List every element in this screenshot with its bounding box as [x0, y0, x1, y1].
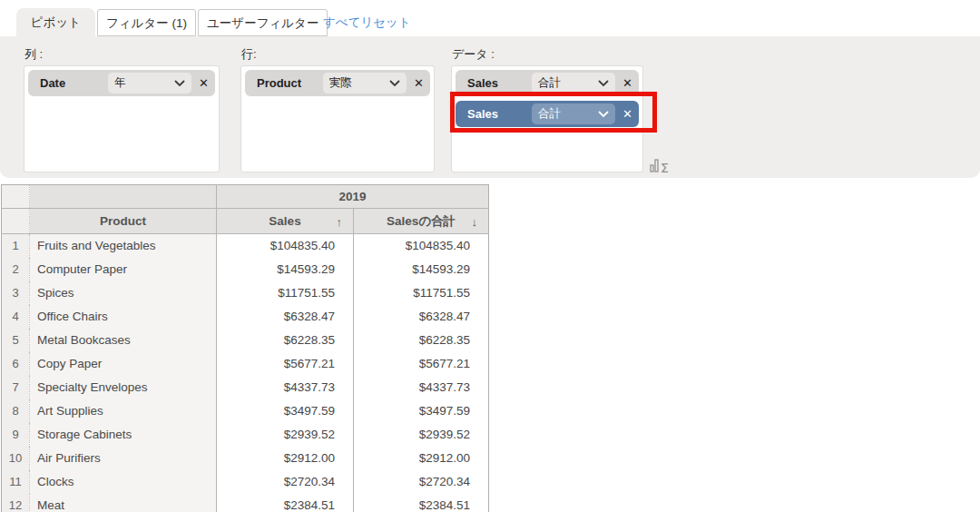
aggregate-value: 年: [114, 75, 126, 91]
row-index-cell: 7: [2, 376, 30, 399]
rows-zone-label: 行:: [241, 46, 257, 63]
tab-filters[interactable]: フィルター (1): [97, 9, 196, 36]
chevron-down-icon: [389, 80, 400, 87]
product-cell: Office Chairs: [30, 305, 217, 329]
columns-pill-date[interactable]: Date 年 ✕: [28, 70, 215, 96]
product-cell: Specialty Envelopes: [30, 376, 217, 399]
table-row: 6Copy Paper$5677.21$5677.21: [2, 352, 489, 376]
sales-cell: $2384.51: [217, 494, 354, 512]
tab-pivot[interactable]: ピボット: [16, 8, 95, 37]
sort-descending-icon[interactable]: ↓: [472, 214, 478, 228]
data-dropzone[interactable]: Sales 合計 ✕ Sales 合計 ✕: [451, 65, 643, 172]
product-cell: Meat: [30, 494, 217, 512]
sales-column-header[interactable]: Sales ↑: [217, 209, 354, 234]
remove-field-icon[interactable]: ✕: [414, 76, 424, 90]
pivot-table-body: 1Fruits and Vegetables$104835.40$104835.…: [2, 234, 489, 512]
pill-field-label: Product: [257, 76, 301, 90]
columns-dropzone[interactable]: Date 年 ✕: [24, 65, 220, 172]
summary-function-icon[interactable]: Σ: [649, 155, 672, 175]
sales-cell: $2939.52: [217, 423, 354, 447]
bar-chart-sigma-icon: Σ: [651, 160, 669, 175]
sales-total-cell: $3497.59: [354, 399, 489, 423]
data-zone-label: データ :: [452, 46, 495, 63]
sales-aggregate-dropdown[interactable]: 合計: [532, 73, 615, 94]
aggregate-value: 合計: [538, 75, 561, 91]
sales-cell: $104835.40: [217, 234, 354, 258]
product-aggregate-dropdown[interactable]: 実際: [323, 73, 407, 94]
row-index-cell: 3: [2, 281, 30, 305]
remove-field-icon[interactable]: ✕: [622, 76, 632, 90]
chevron-down-icon: [598, 80, 609, 87]
pill-field-label: Date: [40, 76, 65, 90]
row-index-cell: 8: [2, 399, 30, 423]
table-row: 5Metal Bookcases$6228.35$6228.35: [2, 329, 489, 352]
sort-ascending-icon[interactable]: ↑: [337, 214, 343, 228]
product-cell: Air Purifiers: [30, 447, 217, 470]
table-row: 10Air Purifiers$2912.00$2912.00: [2, 447, 489, 470]
product-cell: Copy Paper: [30, 352, 217, 376]
columns-zone-label: 列 :: [24, 46, 43, 63]
product-cell: Clocks: [30, 470, 217, 494]
corner-cell: [2, 185, 30, 209]
table-row: 8Art Supplies$3497.59$3497.59: [2, 399, 489, 423]
sales-total-column-header[interactable]: Salesの合計 ↓: [354, 209, 489, 234]
sales-header-label: Sales: [269, 214, 300, 228]
sales-total-cell: $4337.73: [354, 376, 489, 399]
sales-cell: $3497.59: [217, 399, 354, 423]
table-row: 7Specialty Envelopes$4337.73$4337.73: [2, 376, 489, 399]
row-index-cell: 9: [2, 423, 30, 447]
remove-field-icon[interactable]: ✕: [199, 76, 209, 90]
product-cell: Computer Paper: [30, 258, 217, 281]
product-column-header[interactable]: Product: [30, 209, 217, 234]
row-index-cell: 11: [2, 470, 30, 494]
remove-field-icon[interactable]: ✕: [622, 107, 632, 121]
date-aggregate-dropdown[interactable]: 年: [108, 73, 191, 94]
sales-cell: $6328.47: [217, 305, 354, 329]
sales-total-cell: $2912.00: [354, 447, 489, 470]
chevron-down-icon: [598, 111, 609, 118]
product-cell: Storage Cabinets: [30, 423, 217, 447]
table-row: 2Computer Paper$14593.29$14593.29: [2, 258, 489, 281]
sales-total-cell: $104835.40: [354, 234, 489, 258]
reset-all-link[interactable]: すべてリセット: [323, 15, 411, 31]
rows-pill-product[interactable]: Product 実際 ✕: [245, 70, 430, 96]
product-cell: Spices: [30, 281, 217, 305]
row-index-cell: 1: [2, 234, 30, 258]
pivot-builder-panel: 列 : 行: データ : Date 年 ✕ Product 実際 ✕: [0, 36, 980, 178]
row-index-cell: 2: [2, 258, 30, 281]
data-pill-sales-1[interactable]: Sales 合計 ✕: [456, 70, 639, 96]
sales-total-cell: $5677.21: [354, 352, 489, 376]
row-index-cell: 6: [2, 352, 30, 376]
product-cell: Metal Bookcases: [30, 329, 217, 352]
sales-cell: $6228.35: [217, 329, 354, 352]
pill-field-label: Sales: [467, 76, 498, 90]
table-row: 12Meat$2384.51$2384.51: [2, 494, 489, 512]
aggregate-value: 合計: [538, 106, 561, 122]
sales-total-cell: $6328.47: [354, 305, 489, 329]
sales-total-header-label: Salesの合計: [387, 214, 456, 228]
sales-aggregate-dropdown[interactable]: 合計: [532, 103, 615, 124]
pivot-editor-screen: ピボット フィルター (1) ユーザーフィルター すべてリセット 列 : 行: …: [0, 0, 980, 512]
sales-total-cell: $2720.34: [354, 470, 489, 494]
chevron-down-icon: [174, 80, 185, 87]
year-header[interactable]: 2019: [217, 185, 489, 209]
product-cell: Art Supplies: [30, 399, 217, 423]
row-index-header: [2, 209, 30, 234]
row-index-cell: 12: [2, 494, 30, 512]
sales-total-cell: $6228.35: [354, 329, 489, 352]
product-cell: Fruits and Vegetables: [30, 234, 217, 258]
sales-total-cell: $14593.29: [354, 258, 489, 281]
rows-dropzone[interactable]: Product 実際 ✕: [240, 65, 435, 172]
table-row: 4Office Chairs$6328.47$6328.47: [2, 305, 489, 329]
pivot-table: 2019 Product Sales ↑ Salesの合計 ↓ 1Fruits …: [1, 184, 489, 512]
row-index-cell: 10: [2, 447, 30, 470]
table-row: 11Clocks$2720.34$2720.34: [2, 470, 489, 494]
data-pill-sales-2-selected[interactable]: Sales 合計 ✕: [456, 101, 639, 127]
sales-total-cell: $2384.51: [354, 494, 489, 512]
table-row: 9Storage Cabinets$2939.52$2939.52: [2, 423, 489, 447]
aggregate-value: 実際: [329, 75, 352, 91]
sales-cell: $2912.00: [217, 447, 354, 470]
tab-user-filters[interactable]: ユーザーフィルター: [198, 9, 328, 36]
sales-cell: $11751.55: [217, 281, 354, 305]
svg-text:Σ: Σ: [661, 161, 669, 175]
